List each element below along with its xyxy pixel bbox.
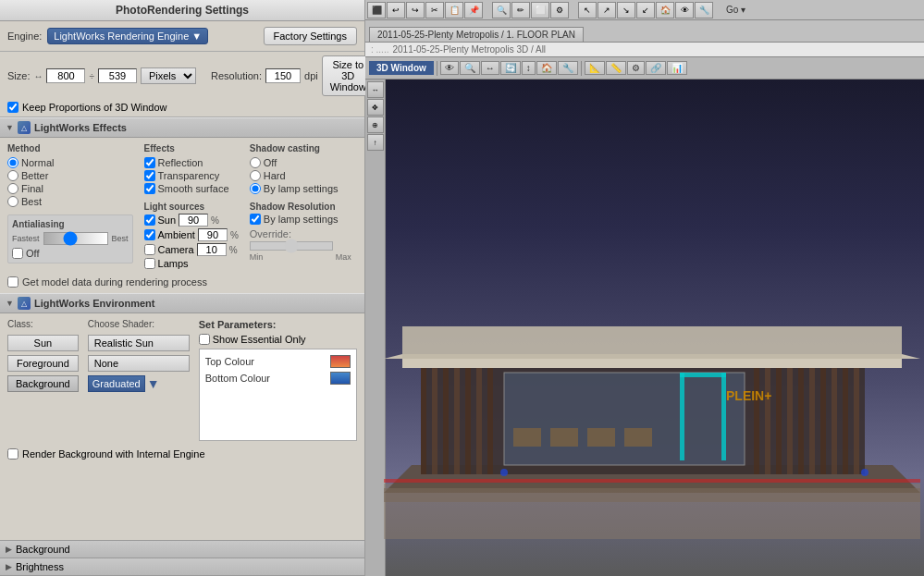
window-title: PhotoRendering Settings xyxy=(0,0,364,21)
class-sun-button[interactable]: Sun xyxy=(7,335,79,351)
breadcrumb-row: : ..... 2011-05-25-Plenty Metropolis 3D … xyxy=(365,43,924,57)
lw-env-header[interactable]: ▼ △ LightWorks Environment xyxy=(0,293,364,313)
view-btn-2[interactable]: 🔍 xyxy=(460,61,480,75)
top-toolbar: ⬛ ↩ ↪ ✂ 📋 📌 🔍 ✏ ⬜ ⚙ ↖ ↗ ↘ ↙ 🏠 👁 🔧 Go ▾ xyxy=(365,0,924,20)
toolbar-btn-3[interactable]: ↪ xyxy=(406,2,425,18)
vp-tool-3[interactable]: ⊕ xyxy=(367,116,384,133)
effects-title: LightWorks Effects xyxy=(34,122,127,133)
svg-rect-10 xyxy=(465,368,471,474)
svg-rect-5 xyxy=(402,326,902,359)
view-btn-4[interactable]: 🔄 xyxy=(500,61,521,75)
view-btn-5[interactable]: ↕ xyxy=(522,61,536,75)
class-background-button[interactable]: Background xyxy=(7,375,79,392)
show-essential-checkbox[interactable] xyxy=(199,334,210,345)
toolbar-btn-2[interactable]: ↩ xyxy=(387,2,405,18)
view-btn-8[interactable]: 📐 xyxy=(585,61,605,75)
camera-checkbox[interactable] xyxy=(144,244,155,255)
view-btn-6[interactable]: 🏠 xyxy=(536,61,557,75)
toolbar-btn-4[interactable]: ✂ xyxy=(425,2,444,18)
bottom-colour-swatch[interactable] xyxy=(330,372,351,385)
view-btn-12[interactable]: 📊 xyxy=(667,61,687,75)
viewport-left-toolbar: ↔ ✥ ⊕ ↑ xyxy=(365,80,386,576)
view-btn-11[interactable]: 🔗 xyxy=(646,61,666,75)
smooth-checkbox[interactable] xyxy=(144,183,155,194)
view-btn-3[interactable]: ↔ xyxy=(481,61,499,75)
background-section-header[interactable]: ▶ Background xyxy=(0,541,364,558)
sun-checkbox[interactable] xyxy=(144,214,155,226)
window-title-text: PhotoRendering Settings xyxy=(116,4,249,17)
override-slider[interactable] xyxy=(250,241,333,251)
view-btn-9[interactable]: 📏 xyxy=(606,61,626,75)
tabs-row: 2011-05-25-Plenty Metropolis / 1. FLOOR … xyxy=(365,20,924,43)
lamps-checkbox[interactable] xyxy=(144,258,155,269)
svg-rect-29 xyxy=(843,368,848,474)
brightness-section-label: Brightness xyxy=(16,561,64,572)
toolbar-btn-5[interactable]: 📋 xyxy=(445,2,463,18)
reflection-checkbox[interactable] xyxy=(144,157,155,168)
toolbar-btn-nav-3[interactable]: ↘ xyxy=(617,2,635,18)
show-essential-label: Show Essential Only xyxy=(213,334,306,345)
svg-rect-6 xyxy=(421,368,426,474)
camera-value-input[interactable] xyxy=(197,243,227,256)
engine-label: Engine: xyxy=(7,31,42,42)
shader-graduated-select[interactable]: Graduated xyxy=(88,375,145,392)
toolbar-btn-7[interactable]: 🔍 xyxy=(492,2,511,18)
resolution-input[interactable] xyxy=(265,68,301,83)
ambient-checkbox[interactable] xyxy=(144,229,155,240)
toolbar-btn-nav-2[interactable]: ↗ xyxy=(598,2,616,18)
transparency-checkbox[interactable] xyxy=(144,170,155,181)
antialiasing-off-checkbox[interactable] xyxy=(12,248,23,259)
shader-sun-btn[interactable]: Realistic Sun xyxy=(88,335,190,351)
width-input[interactable] xyxy=(46,68,85,83)
toolbar-btn-nav-1[interactable]: ↖ xyxy=(578,2,597,18)
class-foreground-button[interactable]: Foreground xyxy=(7,355,79,372)
proportions-label: Keep Proportions of 3D Window xyxy=(22,102,167,113)
lw-effects-header[interactable]: ▼ △ LightWorks Effects xyxy=(0,117,364,138)
top-colour-row: Top Colour xyxy=(205,355,351,368)
proportions-checkbox[interactable] xyxy=(7,102,18,113)
shader-graduated-row: Graduated ▼ xyxy=(88,375,190,392)
model-data-checkbox[interactable] xyxy=(7,276,18,288)
render-bg-checkbox[interactable] xyxy=(7,448,18,460)
svg-rect-16 xyxy=(721,373,726,460)
toolbar-btn-12[interactable]: 👁 xyxy=(675,2,694,18)
ambient-light-row: Ambient % xyxy=(144,228,239,241)
antialiasing-slider[interactable] xyxy=(43,232,108,245)
svg-rect-26 xyxy=(809,368,815,474)
engine-dropdown[interactable]: LightWorks Rendering Engine ▼ xyxy=(47,28,208,44)
toolbar-btn-13[interactable]: 🔧 xyxy=(695,2,713,18)
top-colour-swatch[interactable] xyxy=(330,355,351,368)
toolbar-btn-11[interactable]: 🏠 xyxy=(656,2,674,18)
view-btn-1[interactable]: 👁 xyxy=(440,61,459,75)
svg-rect-12 xyxy=(487,368,493,474)
toolbar-btn-8[interactable]: ✏ xyxy=(511,2,530,18)
unit-dropdown[interactable]: Pixels xyxy=(141,67,196,84)
toolbar-btn-nav-4[interactable]: ↙ xyxy=(636,2,655,18)
vp-tool-1[interactable]: ↔ xyxy=(367,81,384,98)
factory-settings-button[interactable]: Factory Settings xyxy=(264,27,357,45)
height-input[interactable] xyxy=(98,68,137,83)
svg-rect-15 xyxy=(680,373,726,377)
toolbar-btn-1[interactable]: ⬛ xyxy=(367,2,386,18)
method-better: Better xyxy=(7,170,133,181)
vp-tool-2[interactable]: ✥ xyxy=(367,99,384,116)
toolbar-btn-10[interactable]: ⚙ xyxy=(550,2,569,18)
shader-none-btn[interactable]: None xyxy=(88,355,190,372)
svg-rect-7 xyxy=(432,368,437,474)
view-btn-10[interactable]: ⚙ xyxy=(627,61,645,75)
toolbar-btn-9[interactable]: ⬜ xyxy=(531,2,549,18)
resolution-label: Resolution: xyxy=(211,70,262,81)
right-panel: ⬛ ↩ ↪ ✂ 📋 📌 🔍 ✏ ⬜ ⚙ ↖ ↗ ↘ ↙ 🏠 👁 🔧 Go ▾ 2… xyxy=(365,0,924,576)
view-btn-7[interactable]: 🔧 xyxy=(558,61,578,75)
vp-tool-4[interactable]: ↑ xyxy=(367,134,384,151)
ambient-value-input[interactable] xyxy=(198,228,228,241)
bottom-colour-row: Bottom Colour xyxy=(205,372,351,385)
go-dropdown[interactable]: Go ▾ xyxy=(722,5,749,15)
toolbar-btn-6[interactable]: 📌 xyxy=(464,2,483,18)
svg-rect-11 xyxy=(476,368,482,474)
tab-floorplan[interactable]: 2011-05-25-Plenty Metropolis / 1. FLOOR … xyxy=(369,27,584,42)
shadow-res-bylamp-checkbox[interactable] xyxy=(250,214,261,225)
brightness-section-header[interactable]: ▶ Brightness xyxy=(0,558,364,576)
env-collapse-arrow: ▼ xyxy=(6,299,14,308)
sun-value-input[interactable] xyxy=(179,214,208,227)
